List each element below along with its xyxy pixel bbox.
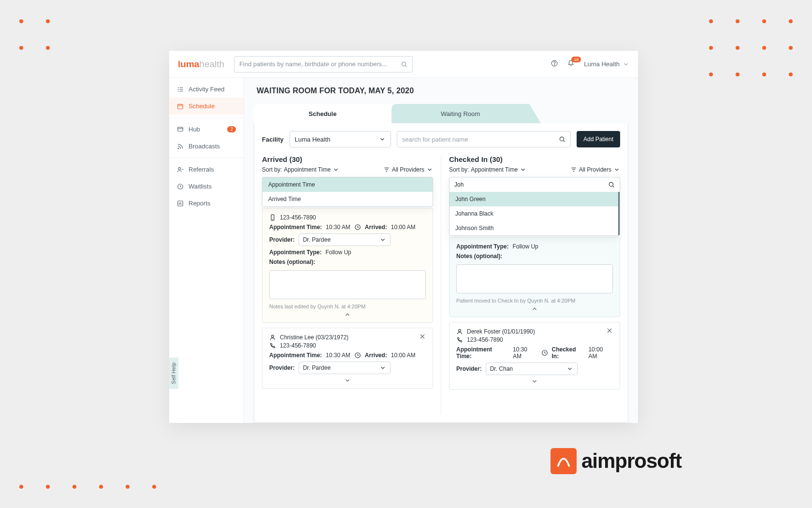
provider-value: Dr. Chan <box>490 365 513 372</box>
patient-phone: 123-456-7890 <box>280 214 316 221</box>
tab-waiting-room[interactable]: Waiting Room <box>392 104 529 123</box>
patient-name: Christine Lee (03/23/1972) <box>280 334 348 341</box>
sort-by-select[interactable]: Appointment Time <box>471 166 526 173</box>
patient-card: Appointment Type: Follow Up Notes (optio… <box>449 237 620 317</box>
search-icon <box>401 61 407 68</box>
sort-option[interactable]: Arrived Time <box>262 192 433 206</box>
sidebar-item-label: Hub <box>188 126 200 133</box>
facility-row: Facility Luma Health Add Patient <box>262 131 620 147</box>
appt-time-value: 10:30 AM <box>326 352 350 359</box>
svg-rect-10 <box>178 104 183 108</box>
search-icon <box>608 181 615 188</box>
sort-by-label: Sort by: <box>262 166 282 173</box>
close-button[interactable] <box>419 333 426 341</box>
sidebar-item-waitlists[interactable]: Waitlists <box>169 178 244 195</box>
add-patient-button[interactable]: Add Patient <box>577 131 620 147</box>
provider-select[interactable]: Dr. Pardee <box>299 233 391 246</box>
phone-icon <box>269 342 276 349</box>
appt-time-value: 10:30 AM <box>513 346 537 360</box>
column-title: Checked In (30) <box>449 155 620 163</box>
columns: Arrived (30) Sort by: Appointment Time <box>262 155 620 415</box>
providers-filter[interactable]: All Providers <box>570 166 620 173</box>
provider-select[interactable]: Dr. Pardee <box>299 362 391 374</box>
notes-textarea[interactable] <box>456 264 613 293</box>
svg-point-0 <box>402 62 406 66</box>
page-title: WAITING ROOM FOR TODAY, MAY 5, 2020 <box>244 87 638 104</box>
sidebar-item-label: Schedule <box>188 102 215 110</box>
chevron-down-icon <box>333 166 339 173</box>
sort-by-label: Sort by: <box>449 166 469 173</box>
sidebar: Activity Feed Schedule Hub 2 Broadcasts … <box>169 78 244 423</box>
arrived-label: Arrived: <box>365 352 387 359</box>
facility-select[interactable]: Luma Health <box>290 131 391 147</box>
autocomplete-result[interactable]: Johnson Smith <box>450 221 618 235</box>
notes-textarea[interactable] <box>269 270 426 299</box>
expand-toggle[interactable] <box>269 377 426 385</box>
svg-line-40 <box>613 186 614 188</box>
collapse-toggle[interactable] <box>269 311 426 319</box>
chevron-down-icon <box>566 365 573 372</box>
arrived-label: Arrived: <box>365 224 387 231</box>
global-search-input[interactable] <box>239 60 401 68</box>
patient-search[interactable] <box>397 131 571 147</box>
autocomplete-value[interactable]: Joh <box>454 181 464 188</box>
tab-schedule[interactable]: Schedule <box>254 104 392 123</box>
account-label: Luma Health <box>584 60 620 68</box>
chevron-down-icon <box>426 166 433 173</box>
sort-dropdown: Appointment Time Arrived Time <box>262 177 433 207</box>
self-help-tab[interactable]: Self Help <box>169 358 178 389</box>
checked-in-label: Checked In: <box>552 346 585 360</box>
close-button[interactable] <box>606 327 613 335</box>
watermark-mark-icon <box>551 448 577 474</box>
svg-point-41 <box>459 329 461 332</box>
topbar: lumahealth 18 Luma Health <box>169 51 638 78</box>
providers-filter-label: All Providers <box>579 166 611 173</box>
notifications-button[interactable]: 18 <box>567 60 574 69</box>
sidebar-item-broadcasts[interactable]: Broadcasts <box>169 138 244 155</box>
provider-select[interactable]: Dr. Chan <box>486 363 578 375</box>
brand-logo: lumahealth <box>178 59 224 70</box>
appt-type-label: Appointment Type: <box>269 249 321 256</box>
svg-point-17 <box>178 167 181 170</box>
sidebar-item-schedule[interactable]: Schedule <box>169 98 244 115</box>
chevron-down-icon <box>613 166 620 173</box>
brand-health: health <box>199 59 224 70</box>
global-search[interactable] <box>234 56 413 73</box>
sidebar-item-reports[interactable]: Reports <box>169 195 244 212</box>
provider-label: Provider: <box>269 364 295 371</box>
appt-time-value: 10:30 AM <box>326 224 350 231</box>
clock-icon <box>354 224 361 231</box>
column-arrived: Arrived (30) Sort by: Appointment Time <box>262 155 441 415</box>
column-checked-in: Checked In (30) Sort by: Appointment Tim… <box>449 155 620 415</box>
chevron-down-icon <box>531 378 538 385</box>
chevron-down-icon <box>623 61 629 68</box>
providers-filter[interactable]: All Providers <box>383 166 433 173</box>
patient-search-input[interactable] <box>402 136 559 143</box>
notes-label: Notes (optional): <box>269 259 315 265</box>
sidebar-item-activity-feed[interactable]: Activity Feed <box>169 81 244 98</box>
tab-label: Schedule <box>309 110 337 117</box>
help-button[interactable] <box>551 60 558 69</box>
chevron-down-icon <box>379 136 386 143</box>
brand-luma: luma <box>178 59 199 70</box>
expand-toggle[interactable] <box>456 378 613 386</box>
appt-type-label: Appointment Type: <box>456 243 508 250</box>
sidebar-item-label: Reports <box>188 200 211 207</box>
tab-label: Waiting Room <box>441 110 480 117</box>
chart-icon <box>177 200 184 207</box>
svg-point-16 <box>178 148 179 149</box>
sidebar-item-hub[interactable]: Hub 2 <box>169 121 244 138</box>
autocomplete-result[interactable]: John Green <box>450 192 618 206</box>
appt-type-value: Follow Up <box>512 243 538 250</box>
collapse-toggle[interactable] <box>456 305 613 314</box>
phone-icon <box>269 214 276 221</box>
sidebar-item-referrals[interactable]: Referrals <box>169 161 244 178</box>
calendar-icon <box>177 103 184 110</box>
sort-option[interactable]: Appointment Time <box>262 177 433 192</box>
hub-icon <box>177 126 184 133</box>
autocomplete-result[interactable]: Johanna Black <box>450 206 618 221</box>
account-menu[interactable]: Luma Health <box>584 60 629 68</box>
chevron-up-icon <box>531 305 538 312</box>
sort-by-select[interactable]: Appointment Time <box>284 166 339 173</box>
sidebar-item-label: Broadcasts <box>188 143 220 150</box>
